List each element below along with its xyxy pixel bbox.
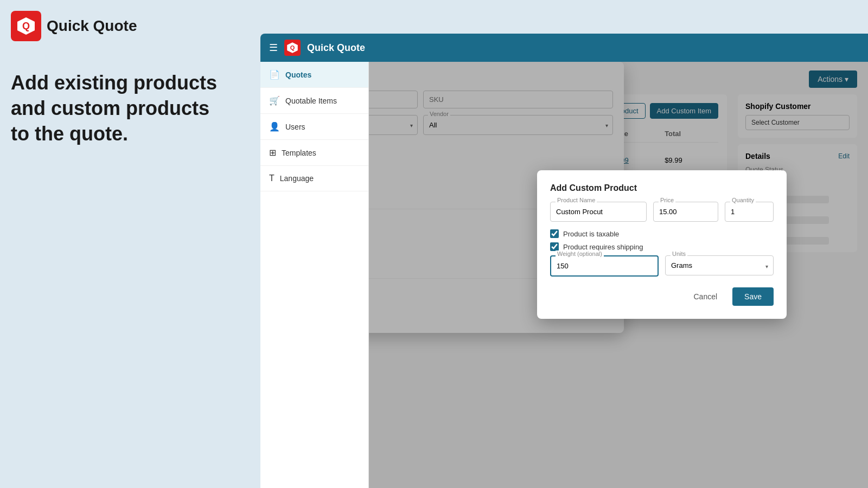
units-field: Units Grams Kilograms Pounds Ounces ▾ bbox=[665, 255, 774, 277]
sidebar-item-users-label: Users bbox=[285, 123, 305, 131]
taxable-row: Product is taxable bbox=[550, 229, 774, 238]
price-input[interactable] bbox=[653, 202, 718, 222]
weight-input[interactable] bbox=[550, 255, 659, 277]
product-name-field: Product Name bbox=[550, 202, 647, 222]
sidebar-item-quotable-label: Quotable Items bbox=[285, 97, 337, 105]
taxable-label: Product is taxable bbox=[563, 230, 619, 238]
units-select[interactable]: Grams Kilograms Pounds Ounces bbox=[665, 255, 774, 275]
templates-icon: ⊞ bbox=[269, 147, 276, 158]
main-content: ← Quote #349 Created: 9/8/22, 10:52 AM A… bbox=[369, 62, 868, 488]
units-label: Units bbox=[671, 251, 687, 257]
app-header-logo-icon: Q bbox=[284, 40, 301, 56]
brand-area: Q Quick Quote bbox=[11, 11, 137, 41]
weight-field: Weight (optional) bbox=[550, 255, 659, 277]
sidebar-item-language-label: Language bbox=[280, 174, 314, 183]
sidebar-item-templates-label: Templates bbox=[282, 149, 316, 157]
quotes-icon: 📄 bbox=[269, 69, 280, 80]
headline-text: Add existing products and custom product… bbox=[11, 70, 217, 146]
price-field: Price bbox=[653, 202, 718, 222]
sidebar-item-users[interactable]: 👤 Users bbox=[260, 114, 368, 140]
custom-modal-title: Add Custom Product bbox=[550, 183, 774, 193]
custom-modal-footer: Cancel Save bbox=[550, 287, 774, 306]
svg-text:Q: Q bbox=[22, 21, 30, 31]
custom-product-modal: Add Custom Product Product Name Price Qu… bbox=[537, 170, 787, 319]
hamburger-icon[interactable]: ☰ bbox=[269, 42, 278, 54]
sidebar-item-quotes[interactable]: 📄 Quotes bbox=[260, 62, 368, 88]
sidebar: 📄 Quotes 🛒 Quotable Items 👤 Users ⊞ Temp… bbox=[260, 62, 369, 488]
quotable-items-icon: 🛒 bbox=[269, 95, 280, 106]
language-icon: T bbox=[269, 174, 275, 183]
weight-row: Weight (optional) Units Grams Kilograms … bbox=[550, 255, 774, 277]
taxable-checkbox[interactable] bbox=[550, 229, 559, 238]
custom-form-name-row: Product Name Price Quantity bbox=[550, 202, 774, 222]
app-title: Quick Quote bbox=[307, 42, 365, 54]
shipping-checkbox[interactable] bbox=[550, 242, 559, 251]
product-name-label: Product Name bbox=[556, 197, 597, 203]
price-label: Price bbox=[659, 197, 675, 203]
app-header: ☰ Q Quick Quote bbox=[260, 34, 868, 62]
brand-name: Quick Quote bbox=[47, 17, 137, 35]
quantity-field: Quantity bbox=[725, 202, 774, 222]
cancel-button[interactable]: Cancel bbox=[684, 287, 727, 306]
users-icon: 👤 bbox=[269, 121, 280, 132]
shipping-row: Product requires shipping bbox=[550, 242, 774, 251]
sidebar-item-quotable-items[interactable]: 🛒 Quotable Items bbox=[260, 88, 368, 114]
sidebar-item-quotes-label: Quotes bbox=[285, 70, 311, 79]
svg-text:Q: Q bbox=[290, 44, 295, 51]
sidebar-item-language[interactable]: T Language bbox=[260, 166, 368, 191]
quantity-input-custom[interactable] bbox=[725, 202, 774, 222]
weight-label: Weight (optional) bbox=[556, 251, 604, 257]
brand-logo-icon: Q bbox=[11, 11, 41, 41]
product-name-input[interactable] bbox=[550, 202, 647, 222]
save-button[interactable]: Save bbox=[732, 287, 774, 306]
quantity-label: Quantity bbox=[730, 197, 756, 203]
app-window: ☰ Q Quick Quote 📄 Quotes 🛒 Quotable Item… bbox=[260, 34, 868, 488]
sidebar-item-templates[interactable]: ⊞ Templates bbox=[260, 140, 368, 166]
shipping-label: Product requires shipping bbox=[563, 243, 643, 251]
